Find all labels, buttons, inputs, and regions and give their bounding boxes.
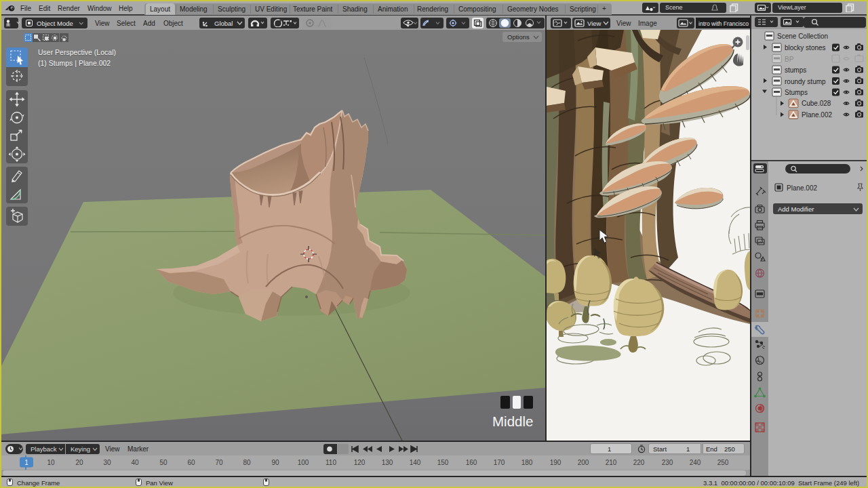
svg-text:150: 150 (437, 459, 449, 466)
svg-text:160: 160 (466, 459, 477, 466)
svg-text:200: 200 (578, 459, 589, 466)
svg-text:1: 1 (24, 459, 28, 466)
svg-text:60: 60 (187, 459, 195, 466)
svg-text:20: 20 (75, 459, 83, 466)
svg-text:120: 120 (354, 459, 366, 466)
svg-text:230: 230 (662, 459, 673, 466)
svg-text:220: 220 (633, 459, 645, 466)
svg-text:250: 250 (717, 459, 729, 466)
svg-text:210: 210 (606, 459, 617, 466)
svg-text:50: 50 (159, 459, 167, 466)
svg-text:140: 140 (410, 459, 421, 466)
svg-text:130: 130 (382, 459, 393, 466)
svg-text:Scene Collection: Scene Collection (777, 33, 828, 40)
svg-text:240: 240 (690, 459, 701, 466)
svg-text:Plane.002: Plane.002 (802, 111, 832, 119)
svg-text:10: 10 (47, 459, 55, 466)
svg-text:170: 170 (494, 459, 505, 466)
svg-text:180: 180 (521, 459, 533, 466)
svg-text:Stumps: Stumps (785, 89, 808, 96)
svg-text:30: 30 (103, 459, 111, 466)
svg-text:BP: BP (785, 56, 794, 63)
svg-text:40: 40 (131, 459, 139, 466)
svg-text:190: 190 (550, 459, 561, 466)
svg-text:100: 100 (298, 459, 309, 466)
svg-text:90: 90 (271, 459, 279, 466)
svg-text:Cube.028: Cube.028 (802, 100, 831, 107)
svg-text:80: 80 (243, 459, 251, 466)
svg-text:110: 110 (326, 459, 336, 466)
svg-text:70: 70 (215, 459, 223, 466)
svg-text:stumps: stumps (785, 66, 806, 74)
svg-text:roundy stump: roundy stump (785, 78, 826, 85)
svg-text:blocky stones: blocky stones (785, 44, 826, 52)
